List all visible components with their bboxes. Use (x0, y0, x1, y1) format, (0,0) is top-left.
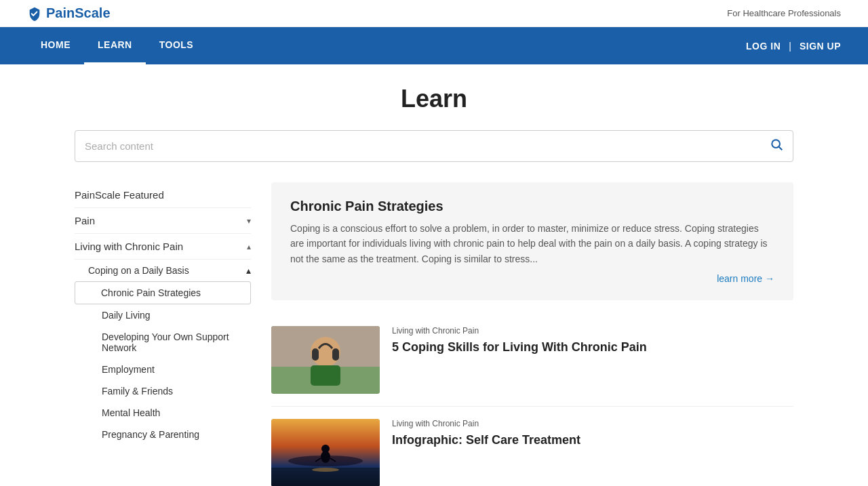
sidebar-item-family-friends[interactable]: Family & Friends (75, 380, 251, 402)
content-layout: PainScale Featured Pain ▾ Living with Ch… (75, 182, 793, 486)
sidebar-item-pain[interactable]: Pain ▾ (75, 208, 251, 234)
article-card-2[interactable]: Living with Chronic Pain Infographic: Se… (271, 407, 793, 486)
for-professionals-text: For Healthcare Professionals (727, 8, 841, 18)
article-category-2: Living with Chronic Pain (392, 419, 580, 428)
article-title-1: 5 Coping Skills for Living With Chronic … (392, 339, 647, 356)
logo-text: PainScale (46, 5, 111, 21)
page-title: Learn (75, 85, 793, 113)
featured-article-title: Chronic Pain Strategies (290, 199, 774, 214)
sidebar-item-chronic-pain-strategies[interactable]: Chronic Pain Strategies (75, 281, 251, 304)
article-thumb-1 (271, 326, 380, 394)
featured-article: Chronic Pain Strategies Coping is a cons… (271, 182, 793, 300)
svg-point-0 (772, 140, 780, 148)
article-title-2: Infographic: Self Care Treatment (392, 432, 580, 449)
main-content: Learn PainScale Featured Pain ▾ (61, 64, 807, 486)
search-icon (770, 138, 783, 151)
nav-home[interactable]: HOME (27, 27, 84, 64)
sidebar-item-employment[interactable]: Employment (75, 359, 251, 380)
nav-left: HOME LEARN TOOLS (27, 27, 207, 64)
sidebar-item-pregnancy-parenting[interactable]: Pregnancy & Parenting (75, 424, 251, 445)
articles-area: Chronic Pain Strategies Coping is a cons… (271, 182, 793, 486)
sidebar-item-living-chronic-pain[interactable]: Living with Chronic Pain ▴ (75, 234, 251, 260)
article-info-1: Living with Chronic Pain 5 Coping Skills… (392, 326, 647, 356)
sidebar-item-painscale-featured[interactable]: PainScale Featured (75, 182, 251, 208)
article-thumb-2 (271, 419, 380, 486)
nav-right: LOG IN | SIGN UP (746, 41, 841, 52)
chevron-up-sub-icon: ▴ (246, 265, 251, 276)
signup-button[interactable]: SIGN UP (800, 41, 841, 52)
search-input[interactable] (85, 140, 770, 152)
article-image-2 (271, 419, 380, 486)
svg-rect-7 (332, 348, 339, 361)
login-button[interactable]: LOG IN (746, 41, 781, 52)
sidebar-item-mental-health[interactable]: Mental Health (75, 402, 251, 424)
sidebar-item-daily-living[interactable]: Daily Living (75, 304, 251, 326)
svg-rect-6 (312, 348, 319, 361)
svg-point-11 (321, 445, 330, 453)
search-bar (75, 130, 793, 162)
nav-auth-divider: | (789, 41, 791, 52)
article-info-2: Living with Chronic Pain Infographic: Se… (392, 419, 580, 449)
sidebar: PainScale Featured Pain ▾ Living with Ch… (75, 182, 251, 445)
learn-more-link[interactable]: learn more → (290, 273, 774, 284)
sidebar-item-support-network[interactable]: Developing Your Own Support Network (75, 326, 251, 359)
top-bar: PainScale For Healthcare Professionals (0, 0, 868, 27)
article-card-1[interactable]: Living with Chronic Pain 5 Coping Skills… (271, 314, 793, 407)
chevron-down-icon: ▾ (247, 216, 251, 226)
logo-shield-icon (27, 6, 42, 21)
nav-tools[interactable]: TOOLS (146, 27, 207, 64)
logo-area[interactable]: PainScale (27, 5, 111, 21)
nav-bar: HOME LEARN TOOLS LOG IN | SIGN UP (0, 27, 868, 64)
featured-article-body: Coping is a conscious effort to solve a … (290, 221, 774, 266)
article-category-1: Living with Chronic Pain (392, 326, 647, 336)
chevron-up-icon: ▴ (247, 242, 251, 251)
sidebar-item-coping-daily-basis[interactable]: Coping on a Daily Basis ▴ (75, 260, 251, 281)
article-image-1 (271, 326, 380, 394)
nav-learn[interactable]: LEARN (84, 27, 146, 64)
svg-rect-5 (311, 365, 340, 386)
svg-line-1 (779, 147, 783, 150)
svg-point-15 (312, 468, 339, 472)
search-button[interactable] (770, 138, 783, 155)
